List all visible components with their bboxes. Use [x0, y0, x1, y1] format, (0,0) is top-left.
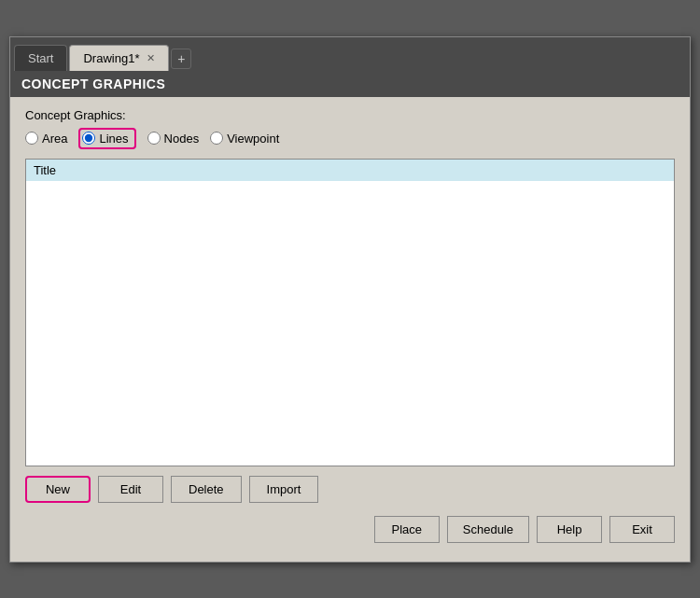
- concept-graphics-label: Concept Graphics:: [25, 108, 675, 122]
- radio-viewpoint-input[interactable]: [210, 132, 223, 145]
- panel-content: Concept Graphics: Area Lines Nodes Viewp…: [10, 97, 690, 562]
- tab-drawing1-close[interactable]: ✕: [147, 52, 155, 64]
- place-button[interactable]: Place: [374, 516, 440, 543]
- radio-nodes[interactable]: Nodes: [147, 132, 200, 146]
- main-window: Start Drawing1* ✕ + CONCEPT GRAPHICS Con…: [9, 36, 691, 563]
- radio-group: Area Lines Nodes Viewpoint: [25, 128, 675, 149]
- tab-drawing1-label: Drawing1*: [83, 51, 139, 65]
- radio-area[interactable]: Area: [25, 132, 67, 146]
- radio-lines[interactable]: Lines: [78, 128, 135, 149]
- bottom-button-row: Place Schedule Help Exit: [25, 512, 675, 547]
- delete-button[interactable]: Delete: [171, 476, 242, 503]
- tab-drawing1[interactable]: Drawing1* ✕: [69, 45, 169, 71]
- radio-area-input[interactable]: [25, 132, 38, 145]
- panel-header-title: CONCEPT GRAPHICS: [21, 76, 165, 91]
- radio-viewpoint-label: Viewpoint: [227, 132, 279, 146]
- panel-header: CONCEPT GRAPHICS: [10, 71, 690, 97]
- tab-start-label: Start: [28, 51, 53, 65]
- help-button[interactable]: Help: [537, 516, 602, 543]
- tab-new-button[interactable]: +: [171, 49, 191, 69]
- tab-start[interactable]: Start: [14, 45, 67, 71]
- tab-bar: Start Drawing1* ✕ +: [10, 37, 690, 71]
- radio-nodes-input[interactable]: [147, 132, 161, 145]
- action-button-row: New Edit Delete Import: [25, 476, 675, 503]
- new-button[interactable]: New: [25, 476, 91, 503]
- radio-lines-input[interactable]: [82, 132, 95, 145]
- list-box[interactable]: Title: [25, 159, 675, 466]
- edit-button[interactable]: Edit: [98, 476, 163, 503]
- radio-viewpoint[interactable]: Viewpoint: [210, 132, 279, 146]
- radio-lines-label: Lines: [99, 132, 128, 146]
- radio-area-label: Area: [42, 132, 67, 146]
- import-button[interactable]: Import: [249, 476, 319, 503]
- list-item-title[interactable]: Title: [26, 160, 674, 181]
- tab-new-icon: +: [177, 51, 185, 66]
- radio-nodes-label: Nodes: [164, 132, 200, 146]
- exit-button[interactable]: Exit: [609, 516, 675, 543]
- schedule-button[interactable]: Schedule: [447, 516, 529, 543]
